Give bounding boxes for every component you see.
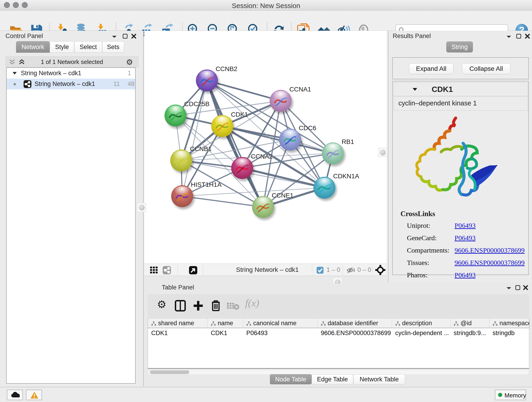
panel-close-icon[interactable] [525,33,530,39]
panel-close-icon[interactable] [131,33,137,39]
panel-float-icon[interactable] [515,285,520,290]
table-cell[interactable]: stringdb [493,330,529,339]
birds-eye-view-icon[interactable] [189,266,197,274]
crosslink-value[interactable]: P06493 [455,222,476,230]
network-node-ccne1[interactable] [252,196,274,218]
table-cell[interactable]: stringdb:9... [454,330,489,339]
node-label: HIST1H1A [191,181,222,188]
collapse-all-button[interactable]: Collapse All [462,63,510,74]
footer-separator [372,265,373,275]
node-structure-thumbnail [234,162,250,174]
tab-string[interactable]: String [446,41,473,52]
delete-table-icon[interactable] [227,302,240,310]
delete-column-icon[interactable] [210,300,221,312]
column-header-label: name [218,320,233,327]
panel-collapse-icon[interactable] [506,286,512,290]
network-edge[interactable] [182,196,263,207]
tab-network[interactable]: Network [16,41,50,53]
show-columns-icon[interactable] [175,300,186,312]
network-edge[interactable] [182,80,207,196]
panel-float-icon[interactable] [516,33,521,39]
node-table[interactable]: shared namenamecanonical namedatabase id… [148,318,529,369]
expand-all-button[interactable]: Expand All [409,63,453,74]
left-divider-handle[interactable] [137,203,146,212]
network-node-ccna1[interactable] [270,90,292,112]
crosslink-label: GeneCard: [407,234,437,242]
crosslink-value[interactable]: 9606.ENSP00000378699 [455,246,525,254]
column-header-sharedname[interactable]: shared name [148,318,208,328]
crosslink-row: Pharos:P06493 [407,271,526,279]
panel-close-icon[interactable] [523,285,528,290]
table-cell[interactable]: P06493 [246,330,317,339]
panel-collapse-icon[interactable] [506,35,512,39]
scrollbar-thumb[interactable] [150,370,189,374]
column-header-namespace[interactable]: namespace [489,318,530,328]
crosslink-label: Pharos: [407,271,428,279]
gene-expander-icon[interactable] [412,88,418,91]
memory-label: Memory [505,392,526,399]
warnings-button[interactable] [26,390,42,400]
memory-button[interactable]: Memory [495,390,526,400]
grid-view-icon[interactable] [150,267,158,274]
table-header-row: shared namenamecanonical namedatabase id… [148,318,529,328]
share-view-icon[interactable] [163,266,171,274]
tab-select[interactable]: Select [74,41,102,53]
crosslink-label: Compartments: [407,246,449,254]
results-panel-title: Results Panel [393,32,431,40]
selected-checkbox-icon[interactable] [317,267,323,274]
column-header-label: database identifier [328,320,378,327]
crosslink-value[interactable]: P06493 [455,234,476,242]
results-actions-box: Expand All Collapse All [392,57,529,79]
table-cell[interactable]: CDK1 [211,330,243,339]
network-node-rb1[interactable] [322,142,344,164]
hidden-eye-icon[interactable] [346,267,355,274]
network-node-hist1h1a[interactable] [171,185,193,207]
table-toolbar: ⚙ f(x) [148,294,529,317]
table-settings-gear-icon[interactable]: ⚙ [157,298,166,311]
table-cell[interactable]: 9606.ENSP00000378699 [321,330,392,339]
tree-expander-icon[interactable] [12,71,17,75]
column-header-databaseidentifier[interactable]: database identifier [317,318,392,328]
node-label: CCNE1 [272,192,293,199]
node-count: 11 [114,79,120,89]
table-cell[interactable]: cyclin-dependent ... [395,330,450,339]
add-column-icon[interactable] [193,300,204,312]
collection-count: 1 [128,68,131,79]
network-node-ccnb1[interactable] [170,149,192,172]
footer-separator [177,265,178,275]
tab-node-table[interactable]: Node Table [270,374,312,384]
network-node-ccna2[interactable] [231,157,253,179]
network-row[interactable]: ● String Network – cdk1 11 48 [7,79,135,89]
table-cell[interactable]: CDK1 [151,330,207,339]
tab-edge-table[interactable]: Edge Table [312,374,353,384]
gear-icon[interactable]: ⚙ [126,57,133,67]
tab-sets[interactable]: Sets [102,41,124,53]
tab-network-table[interactable]: Network Table [353,374,405,384]
gene-description: cyclin–dependent kinase 1 [399,99,477,107]
network-collection-row[interactable]: String Network – cdk1 1 [7,68,135,79]
function-builder-icon[interactable]: f(x) [245,297,259,309]
network-node-cdkn1a[interactable] [313,177,336,199]
gene-header-row[interactable]: CDK1 [394,82,528,96]
right-divider-handle[interactable] [378,148,387,157]
network-node-cdc25b[interactable] [165,104,186,127]
horizontal-scrollbar[interactable] [148,370,529,375]
node-label: CCNA1 [289,86,311,93]
column-header-canonicalname[interactable]: canonical name [243,318,317,328]
tab-style[interactable]: Style [50,41,74,53]
crosslink-value[interactable]: P06493 [455,271,476,279]
cloud-button[interactable] [7,390,23,400]
panel-float-icon[interactable] [122,33,128,39]
node-structure-thumbnail [317,182,332,194]
network-canvas[interactable]: CCNB2CCNA1CDC25BCDK1CDC6RB1CCNB1CCNA2CDK… [144,31,387,264]
column-header-description[interactable]: description [392,318,450,328]
crosslink-value[interactable]: 9606.ENSP00000378699 [455,259,525,267]
network-node-ccnb2[interactable] [196,70,218,91]
column-header-name[interactable]: name [208,318,243,328]
crosslink-row: Compartments:9606.ENSP00000378699 [407,246,526,254]
panel-collapse-icon[interactable] [111,35,117,39]
network-node-cdc6[interactable] [279,128,301,151]
fit-content-crosshair-icon[interactable] [375,265,385,275]
column-header-id[interactable]: @id [450,318,489,328]
network-node-cdk1[interactable] [211,115,233,137]
